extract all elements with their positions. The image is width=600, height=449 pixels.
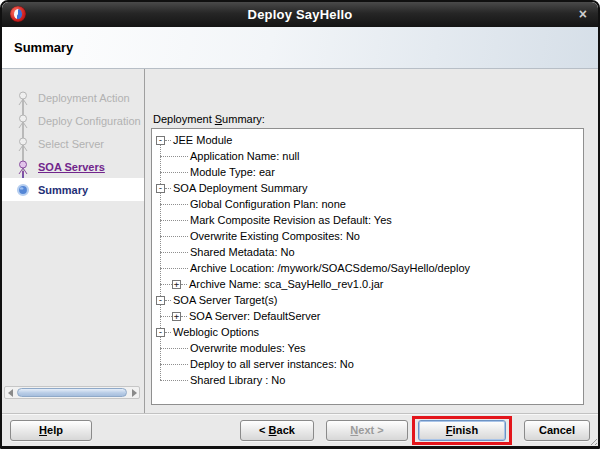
wizard-steps-sidebar: Deployment Action Deploy Configuration S…: [2, 69, 145, 413]
finish-highlight-box: Finish: [412, 416, 512, 445]
tree-node-archive-name[interactable]: + Archive Name: sca_SayHello_rev1.0.jar: [152, 276, 583, 292]
content-area: Deployment Action Deploy Configuration S…: [2, 69, 598, 413]
tree-node-overwrite-existing-composites[interactable]: Overwrite Existing Composites: No: [152, 228, 583, 244]
tree-node-overwrite-modules[interactable]: Overwrite modules: Yes: [152, 340, 583, 356]
scroll-left-icon[interactable]: [5, 387, 15, 398]
scroll-right-icon[interactable]: [129, 387, 139, 398]
title-bar[interactable]: Deploy SayHello ×: [2, 2, 598, 27]
milestone-icon: [15, 136, 31, 152]
sidebar-step-deployment-action: Deployment Action: [2, 86, 144, 109]
back-button[interactable]: < Back: [240, 420, 314, 441]
sidebar-step-deploy-configuration: Deploy Configuration: [2, 109, 144, 132]
tree-node-application-name[interactable]: Application Name: null: [152, 148, 583, 164]
app-logo-icon: [10, 6, 26, 22]
tree-node-mark-composite-revision[interactable]: Mark Composite Revision as Default: Yes: [152, 212, 583, 228]
tree-node-jee-module[interactable]: - JEE Module: [152, 132, 583, 148]
next-button[interactable]: Next >: [326, 420, 408, 441]
milestone-icon: [15, 90, 31, 106]
sidebar-step-summary[interactable]: Summary: [2, 178, 144, 201]
wizard-page-header: Summary: [2, 27, 598, 69]
wizard-nav-buttons: < Back Next > Finish Cancel: [240, 416, 590, 445]
deployment-summary-label: Deployment Summary:: [153, 113, 598, 125]
collapse-icon[interactable]: -: [156, 136, 165, 145]
current-step-globe-icon: [15, 182, 31, 198]
collapse-icon[interactable]: -: [156, 296, 165, 305]
summary-pane: Deployment Summary: - JEE Module Applica…: [145, 69, 598, 413]
sidebar-horizontal-scrollbar[interactable]: [4, 386, 140, 399]
tree-node-soa-deployment-summary[interactable]: - SOA Deployment Summary: [152, 180, 583, 196]
collapse-icon[interactable]: -: [156, 184, 165, 193]
tree-node-deploy-to-all-server-instances[interactable]: Deploy to all server instances: No: [152, 356, 583, 372]
tree-node-shared-metadata[interactable]: Shared Metadata: No: [152, 244, 583, 260]
expand-icon[interactable]: +: [172, 312, 181, 321]
milestone-icon: [15, 113, 31, 129]
sidebar-step-soa-servers[interactable]: SOA Servers: [2, 155, 144, 178]
tree-node-shared-library[interactable]: Shared Library : No: [152, 372, 583, 388]
tree-node-soa-server-targets[interactable]: - SOA Server Target(s): [152, 292, 583, 308]
deploy-wizard-dialog: Deploy SayHello × Summary Deployment Act…: [0, 0, 600, 449]
cancel-button[interactable]: Cancel: [524, 420, 590, 441]
close-icon[interactable]: ×: [579, 5, 587, 23]
milestone-icon: [15, 159, 31, 175]
deployment-summary-tree[interactable]: - JEE Module Application Name: null Modu…: [151, 128, 584, 405]
tree-node-archive-location[interactable]: Archive Location: /mywork/SOACSdemo/SayH…: [152, 260, 583, 276]
tree-node-weblogic-options[interactable]: - Weblogic Options: [152, 324, 583, 340]
page-title: Summary: [2, 40, 73, 55]
help-button[interactable]: Help: [10, 420, 92, 441]
window-title: Deploy SayHello: [248, 7, 353, 22]
collapse-icon[interactable]: -: [156, 328, 165, 337]
tree-node-global-configuration-plan[interactable]: Global Configuration Plan: none: [152, 196, 583, 212]
expand-icon[interactable]: +: [172, 280, 181, 289]
tree-node-module-type[interactable]: Module Type: ear: [152, 164, 583, 180]
finish-button[interactable]: Finish: [418, 420, 506, 441]
button-bar: Help < Back Next > Finish Cancel: [2, 413, 598, 446]
tree-node-soa-server-defaultserver[interactable]: + SOA Server: DefaultServer: [152, 308, 583, 324]
sidebar-step-select-server: Select Server: [2, 132, 144, 155]
scrollbar-thumb[interactable]: [17, 388, 127, 397]
